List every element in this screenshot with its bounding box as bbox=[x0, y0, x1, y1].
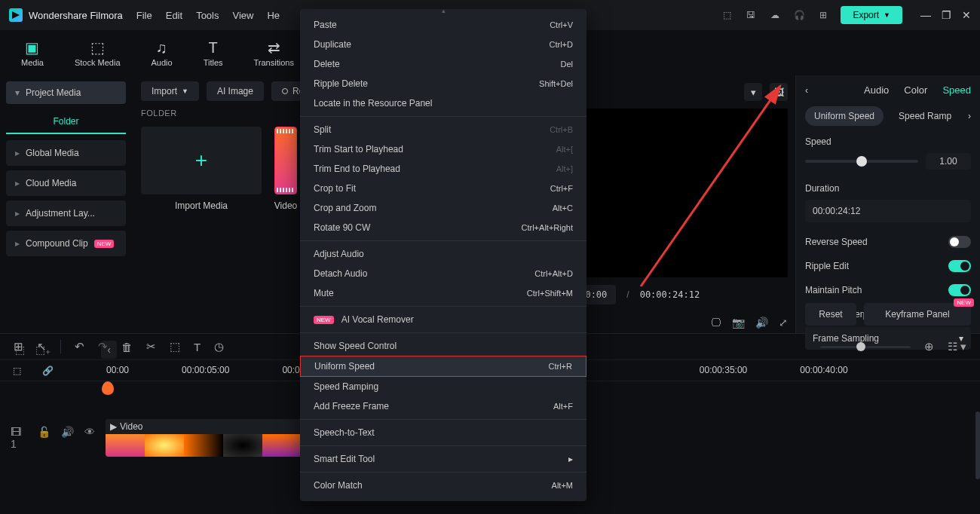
ratio-dropdown[interactable]: ▾ bbox=[744, 83, 762, 101]
reverse-speed-toggle[interactable] bbox=[948, 236, 971, 248]
tab-color[interactable]: Color bbox=[904, 84, 927, 96]
timeline-scrollbar[interactable] bbox=[975, 412, 980, 479]
ctx-color-match[interactable]: Color MatchAlt+M bbox=[300, 476, 586, 495]
volume-icon[interactable]: 🔊 bbox=[755, 317, 768, 329]
menu-help[interactable]: He bbox=[267, 10, 280, 21]
tab-stock-media[interactable]: ⬚Stock Media bbox=[69, 35, 127, 70]
tab-audio[interactable]: Audio bbox=[864, 84, 889, 96]
maximize-button[interactable]: ❐ bbox=[942, 9, 951, 21]
fullscreen-icon[interactable]: ⤢ bbox=[779, 317, 788, 329]
speed-icon[interactable]: ◷ bbox=[214, 340, 224, 353]
reset-button[interactable]: Reset bbox=[805, 303, 856, 326]
speed-value[interactable]: 1.00 bbox=[926, 153, 971, 170]
ctx-smart-edit-tool[interactable]: Smart Edit Tool▸ bbox=[300, 449, 586, 469]
video-thumb[interactable]: Video bbox=[271, 127, 301, 211]
properties-panel: ‹ Audio Color Speed Uniform Speed Speed … bbox=[795, 75, 980, 333]
ripple-edit-row: Ripple Edit bbox=[805, 260, 971, 272]
back-button[interactable]: ‹ bbox=[805, 85, 808, 96]
lock-icon[interactable]: 🔓 bbox=[38, 426, 51, 450]
crop-icon[interactable]: ⬚ bbox=[170, 340, 180, 353]
duration-input[interactable]: 00:00:24:12 bbox=[805, 200, 971, 222]
folder-tab[interactable]: Folder bbox=[6, 110, 126, 134]
menu-edit[interactable]: Edit bbox=[166, 10, 182, 21]
ctx-duplicate[interactable]: DuplicateCtrl+D bbox=[300, 35, 586, 54]
save-icon[interactable]: 🖫 bbox=[744, 8, 758, 22]
ctx-mute[interactable]: MuteCtrl+Shift+M bbox=[300, 283, 586, 303]
tab-speed[interactable]: Speed bbox=[942, 84, 971, 96]
ctx-adjust-audio[interactable]: Adjust Audio bbox=[300, 244, 586, 264]
ai-image-button[interactable]: AI Image bbox=[207, 81, 264, 101]
new-badge: NEW bbox=[314, 316, 334, 324]
grid-icon[interactable]: ⊞ bbox=[816, 8, 830, 22]
scroll-right-icon[interactable]: › bbox=[968, 111, 971, 121]
tab-audio[interactable]: ♫Audio bbox=[145, 35, 179, 70]
sidebar-item-global-media[interactable]: ▸Global Media bbox=[6, 140, 126, 166]
close-button[interactable]: ✕ bbox=[962, 9, 971, 21]
ctx-delete[interactable]: DeleteDel bbox=[300, 54, 586, 74]
menubar: File Edit Tools View He bbox=[136, 10, 280, 21]
magnet-icon[interactable]: ⊞ bbox=[14, 340, 23, 353]
ctx-uniform-speed[interactable]: Uniform SpeedCtrl+R bbox=[300, 356, 586, 377]
ctx-crop-to-fit[interactable]: Crop to FitCtrl+F bbox=[300, 179, 586, 198]
speed-label: Speed bbox=[805, 136, 971, 147]
ctx-show-speed-control[interactable]: Show Speed Control bbox=[300, 336, 586, 356]
menu-tools[interactable]: Tools bbox=[196, 10, 219, 21]
export-button[interactable]: Export ▼ bbox=[841, 6, 902, 24]
chevron-right-icon: ▸ bbox=[15, 148, 20, 158]
video-track-icon[interactable]: 🎞 1 bbox=[11, 426, 27, 450]
keyframe-panel-button[interactable]: Keyframe Panel NEW bbox=[864, 303, 971, 326]
menu-arrow-icon: ▴ bbox=[442, 7, 446, 14]
import-media-tile[interactable]: + Import Media bbox=[141, 127, 262, 211]
ctx-paste[interactable]: PasteCtrl+V bbox=[300, 15, 586, 35]
redo-icon[interactable]: ↷ bbox=[98, 340, 108, 353]
overwrite-icon[interactable]: ⬚ bbox=[13, 366, 21, 376]
zoom-slider[interactable] bbox=[820, 346, 911, 348]
tab-transitions[interactable]: ⇄Transitions bbox=[248, 35, 300, 70]
monitor-icon[interactable]: 🖵 bbox=[711, 317, 721, 329]
import-button[interactable]: Import▼ bbox=[141, 81, 199, 101]
sidebar-item-compound-clip[interactable]: ▸Compound ClipNEW bbox=[6, 231, 126, 256]
cloud-icon[interactable]: ☁ bbox=[768, 8, 782, 22]
menu-file[interactable]: File bbox=[136, 10, 152, 21]
tab-titles[interactable]: TTitles bbox=[198, 35, 229, 70]
project-media-header[interactable]: ▾ Project Media bbox=[6, 81, 126, 104]
link-icon[interactable]: 🔗 bbox=[42, 366, 54, 376]
maintain-pitch-toggle[interactable] bbox=[948, 284, 971, 296]
ctx-detach-audio[interactable]: Detach AudioCtrl+Alt+D bbox=[300, 264, 586, 283]
ctx-ai-vocal-remover[interactable]: NEWAI Vocal Remover bbox=[300, 310, 586, 329]
speed-slider[interactable] bbox=[805, 160, 918, 163]
undo-icon[interactable]: ↶ bbox=[75, 340, 84, 353]
zoom-in-icon[interactable]: ⊕ bbox=[924, 340, 934, 353]
layout-icon[interactable]: ⬚ bbox=[720, 8, 733, 22]
view-options-icon[interactable]: ☷ ▾ bbox=[948, 340, 966, 353]
ctx-add-freeze-frame[interactable]: Add Freeze FrameAlt+F bbox=[300, 396, 586, 416]
camera-icon[interactable]: 📷 bbox=[732, 317, 745, 329]
reverse-speed-row: Reverse Speed bbox=[805, 236, 971, 248]
sub-tab-uniform-speed[interactable]: Uniform Speed bbox=[805, 106, 884, 126]
cut-icon[interactable]: ✂ bbox=[146, 340, 156, 353]
sidebar-item-cloud-media[interactable]: ▸Cloud Media bbox=[6, 170, 126, 196]
sub-tab-speed-ramp[interactable]: Speed Ramp bbox=[890, 106, 960, 126]
delete-icon[interactable]: 🗑 bbox=[121, 341, 133, 353]
ctx-crop-and-zoom[interactable]: Crop and ZoomAlt+C bbox=[300, 198, 586, 218]
play-icon: ▶ bbox=[110, 421, 117, 432]
text-icon[interactable]: T bbox=[194, 341, 201, 353]
sidebar-item-adjustment-layer[interactable]: ▸Adjustment Lay... bbox=[6, 200, 126, 226]
media-icon: ▣ bbox=[25, 38, 39, 57]
cursor-icon[interactable]: ↖ bbox=[37, 340, 47, 353]
ctx-trim-start-to-playhead: Trim Start to PlayheadAlt+[ bbox=[300, 139, 586, 159]
minimize-button[interactable]: — bbox=[920, 9, 931, 21]
ctx-speech-to-text[interactable]: Speech-to-Text bbox=[300, 423, 586, 442]
mute-track-icon[interactable]: 🔊 bbox=[61, 426, 74, 450]
ctx-locate-in-the-resource-panel[interactable]: Locate in the Resource Panel bbox=[300, 93, 586, 113]
ctx-speed-ramping[interactable]: Speed Ramping bbox=[300, 377, 586, 396]
ctx-rotate-90-cw[interactable]: Rotate 90 CWCtrl+Alt+Right bbox=[300, 218, 586, 237]
ripple-edit-toggle[interactable] bbox=[948, 260, 971, 272]
visibility-icon[interactable]: 👁 bbox=[84, 426, 95, 450]
video-clip[interactable]: ▶Video bbox=[106, 419, 302, 457]
picture-icon[interactable]: 🖼 bbox=[770, 83, 788, 101]
headphones-icon[interactable]: 🎧 bbox=[792, 8, 806, 22]
menu-view[interactable]: View bbox=[232, 10, 253, 21]
ctx-ripple-delete[interactable]: Ripple DeleteShift+Del bbox=[300, 74, 586, 93]
tab-media[interactable]: ▣Media bbox=[15, 35, 50, 70]
